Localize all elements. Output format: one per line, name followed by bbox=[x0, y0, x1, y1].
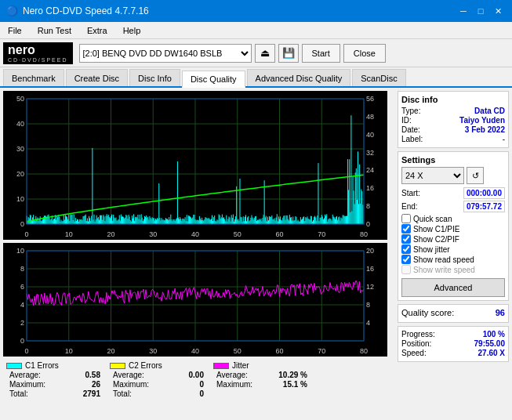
progress-label: Progress: bbox=[401, 330, 435, 339]
show-c2pif-label: Show C2/PIF bbox=[413, 235, 459, 244]
id-label: ID: bbox=[401, 116, 412, 125]
id-value: Taiyo Yuden bbox=[459, 116, 505, 125]
maximize-button[interactable]: □ bbox=[473, 3, 488, 19]
eject-button[interactable]: ⏏ bbox=[255, 44, 275, 63]
c2-color-box bbox=[110, 363, 125, 369]
type-value: Data CD bbox=[474, 107, 505, 115]
score-row: Quality score: 96 bbox=[401, 308, 505, 317]
type-row: Type: Data CD bbox=[401, 107, 505, 115]
c1-max-value: 26 bbox=[69, 380, 100, 389]
c2-total-value: 0 bbox=[172, 389, 204, 398]
close-window-button[interactable]: ✕ bbox=[490, 3, 506, 19]
settings-section: Settings 24 X 16 X 8 X 4 X Max ↺ Start: … bbox=[398, 151, 509, 301]
end-label: End: bbox=[401, 202, 418, 211]
tab-advanced-disc-quality[interactable]: Advanced Disc Quality bbox=[247, 69, 351, 86]
speed-label: Speed: bbox=[401, 349, 427, 357]
progress-section: Progress: 100 % Position: 79:55.00 Speed… bbox=[398, 326, 509, 362]
charts-section: C1 Errors Average: 0.58 Maximum: 26 Tota… bbox=[0, 88, 394, 420]
c1-label: C1 Errors bbox=[25, 361, 59, 370]
c2-avg-label: Average: bbox=[113, 371, 144, 379]
menu-bar: File Run Test Extra Help bbox=[0, 22, 512, 39]
show-c1pie-checkbox[interactable] bbox=[401, 224, 411, 234]
minimize-button[interactable]: ─ bbox=[456, 3, 471, 19]
advanced-button[interactable]: Advanced bbox=[401, 278, 505, 297]
disc-label-label: Label: bbox=[401, 135, 423, 143]
position-row: Position: 79:55.00 bbox=[401, 339, 505, 348]
save-button[interactable]: 💾 bbox=[278, 44, 299, 63]
c1-avg-value: 0.58 bbox=[69, 371, 100, 379]
c1-max-label: Maximum: bbox=[9, 380, 45, 389]
position-value: 79:55.00 bbox=[474, 339, 505, 348]
legend-c2-title: C2 Errors bbox=[110, 361, 204, 370]
logo-nero: nero bbox=[8, 43, 68, 57]
drive-select[interactable]: [2:0] BENQ DVD DD DW1640 BSLB bbox=[79, 44, 252, 63]
tab-scandisc[interactable]: ScanDisc bbox=[352, 69, 405, 86]
start-value: 000:00.00 bbox=[463, 187, 505, 199]
c1-color-box bbox=[6, 363, 22, 369]
progress-value: 100 % bbox=[483, 330, 505, 339]
show-jitter-row: Show jitter bbox=[401, 244, 505, 254]
menu-help[interactable]: Help bbox=[118, 24, 146, 37]
show-write-speed-checkbox[interactable] bbox=[401, 265, 411, 274]
show-write-speed-row: Show write speed bbox=[401, 265, 505, 274]
settings-title: Settings bbox=[401, 155, 505, 165]
date-label: Date: bbox=[401, 125, 420, 134]
date-value: 3 Feb 2022 bbox=[465, 125, 505, 134]
tab-disc-info[interactable]: Disc Info bbox=[129, 69, 180, 86]
c2-max-value: 0 bbox=[172, 380, 204, 389]
tab-disc-quality[interactable]: Disc Quality bbox=[182, 71, 245, 88]
tab-create-disc[interactable]: Create Disc bbox=[66, 69, 128, 86]
c1-total-row: Total: 2791 bbox=[6, 389, 100, 398]
end-value: 079:57.72 bbox=[463, 201, 505, 212]
tab-benchmark[interactable]: Benchmark bbox=[3, 69, 64, 86]
app-title: Nero CD-DVD Speed 4.7.7.16 bbox=[23, 5, 149, 16]
progress-row: Progress: 100 % bbox=[401, 330, 505, 339]
c1-avg-label: Average: bbox=[9, 371, 41, 379]
disc-info-section: Disc info Type: Data CD ID: Taiyo Yuden … bbox=[398, 91, 509, 148]
menu-extra[interactable]: Extra bbox=[82, 24, 112, 37]
jitter-avg-row: Average: 10.29 % bbox=[213, 371, 307, 379]
jitter-max-value: 15.1 % bbox=[276, 380, 307, 389]
show-read-speed-row: Show read speed bbox=[401, 255, 505, 264]
menu-file[interactable]: File bbox=[3, 24, 27, 37]
legend-jitter: Jitter Average: 10.29 % Maximum: 15.1 % bbox=[213, 361, 307, 389]
c2-label: C2 Errors bbox=[129, 361, 162, 370]
show-read-speed-checkbox[interactable] bbox=[401, 255, 411, 264]
score-value: 96 bbox=[496, 308, 505, 317]
c2-avg-row: Average: 0.00 bbox=[110, 371, 204, 379]
c2-max-label: Maximum: bbox=[113, 380, 149, 389]
disc-info-title: Disc info bbox=[401, 95, 505, 104]
id-row: ID: Taiyo Yuden bbox=[401, 116, 505, 125]
start-button[interactable]: Start bbox=[302, 44, 340, 63]
quality-score-section: Quality score: 96 bbox=[398, 304, 509, 323]
type-label: Type: bbox=[401, 107, 420, 115]
position-label: Position: bbox=[401, 339, 431, 348]
show-c2pif-checkbox[interactable] bbox=[401, 234, 411, 244]
main-content: C1 Errors Average: 0.58 Maximum: 26 Tota… bbox=[0, 88, 512, 420]
right-panel: Disc info Type: Data CD ID: Taiyo Yuden … bbox=[394, 88, 512, 420]
chart-bottom-container bbox=[3, 243, 391, 357]
c2-max-row: Maximum: 0 bbox=[110, 380, 204, 389]
legend-area: C1 Errors Average: 0.58 Maximum: 26 Tota… bbox=[0, 360, 394, 400]
start-label: Start: bbox=[401, 189, 420, 197]
logo-sub: CD·DVD/SPEED bbox=[8, 57, 68, 63]
title-bar: 🔵 Nero CD-DVD Speed 4.7.7.16 ─ □ ✕ bbox=[0, 0, 512, 22]
show-read-speed-label: Show read speed bbox=[413, 255, 474, 264]
close-button[interactable]: Close bbox=[343, 44, 386, 63]
show-jitter-checkbox[interactable] bbox=[401, 244, 411, 254]
title-bar-left: 🔵 Nero CD-DVD Speed 4.7.7.16 bbox=[6, 5, 149, 16]
disc-label-row: Label: - bbox=[401, 135, 505, 143]
chart-top-container bbox=[3, 91, 391, 240]
show-write-speed-label: Show write speed bbox=[413, 266, 475, 274]
app-logo: nero CD·DVD/SPEED bbox=[3, 42, 73, 64]
speed-value: 27.60 X bbox=[478, 349, 505, 357]
c1-avg-row: Average: 0.58 bbox=[6, 371, 100, 379]
date-row: Date: 3 Feb 2022 bbox=[401, 125, 505, 134]
jitter-avg-label: Average: bbox=[216, 371, 248, 379]
refresh-button[interactable]: ↺ bbox=[467, 167, 484, 184]
speed-select[interactable]: 24 X 16 X 8 X 4 X Max bbox=[401, 167, 464, 184]
menu-run-test[interactable]: Run Test bbox=[33, 24, 76, 37]
quick-scan-checkbox[interactable] bbox=[401, 214, 411, 223]
c2-total-label: Total: bbox=[113, 389, 132, 398]
jitter-max-row: Maximum: 15.1 % bbox=[213, 380, 307, 389]
